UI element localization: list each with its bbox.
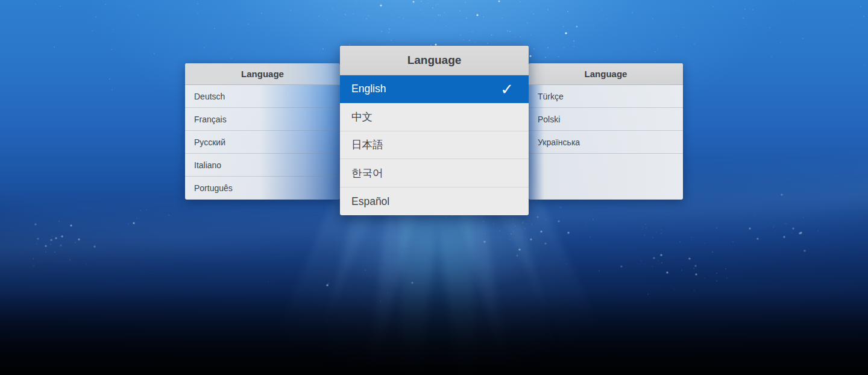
language-option-portugues[interactable]: Português [185,177,340,200]
language-option-turkce[interactable]: Türkçe [529,85,683,108]
language-option-russkiy[interactable]: Русский [185,131,340,154]
language-option-ukrainska[interactable]: Українська [529,131,683,154]
language-option-deutsch[interactable]: Deutsch [185,85,340,108]
language-panel-right: Language Türkçe Polski Українська [529,63,683,200]
language-option-korean[interactable]: 한국어 [340,159,529,188]
language-panel-center: Language English ✓ 中文 日本語 한국어 Español [340,46,529,215]
panel-header: Language [529,63,683,85]
language-option-francais[interactable]: Français [185,108,340,131]
language-option-label: English [351,83,386,95]
check-icon: ✓ [500,81,514,97]
language-panel-left: Language Deutsch Français Русский Italia… [185,63,340,200]
language-option-chinese[interactable]: 中文 [340,103,529,131]
language-option-italiano[interactable]: Italiano [185,154,340,177]
language-option-english-selected[interactable]: English ✓ [340,75,529,103]
screen: Language Deutsch Français Русский Italia… [0,0,868,375]
empty-rows-area [529,154,683,200]
panel-header: Language [340,46,529,75]
language-option-japanese[interactable]: 日本語 [340,131,529,160]
language-option-polski[interactable]: Polski [529,108,683,131]
panel-header: Language [185,63,340,85]
language-option-espanol[interactable]: Español [340,188,529,215]
